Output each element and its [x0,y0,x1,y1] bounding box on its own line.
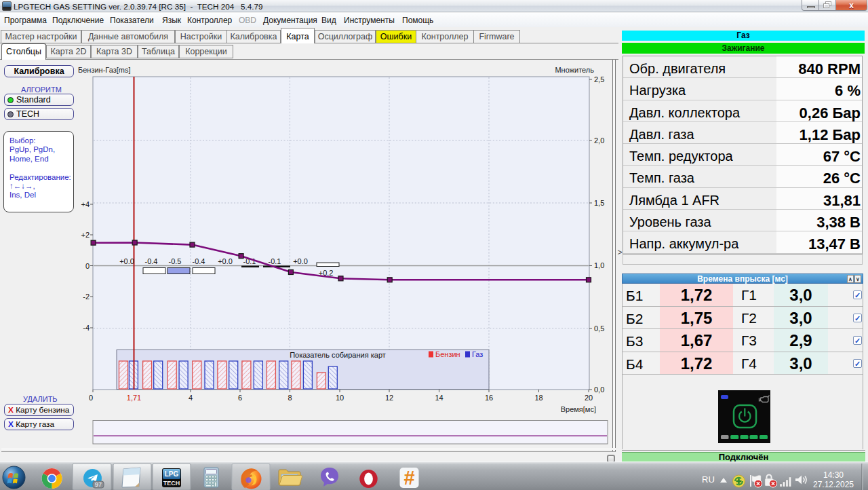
svg-text:Бензин: Бензин [435,350,460,358]
svg-text:97: 97 [95,481,102,488]
svg-text:LPG: LPG [165,470,179,478]
svg-text:6: 6 [238,394,242,402]
svg-text:+4: +4 [81,200,90,208]
svg-text:27.12.2025: 27.12.2025 [813,480,854,489]
svg-text:Время[мс]: Время[мс] [561,405,596,413]
svg-text:+0.0: +0.0 [293,257,308,265]
svg-text:Множитель: Множитель [555,66,594,74]
svg-text:20: 20 [585,394,593,402]
svg-text:1,71: 1,71 [127,394,141,402]
svg-text:14: 14 [435,394,443,402]
svg-text:TECH: TECH [163,480,180,487]
svg-text:12: 12 [385,394,393,402]
svg-text:+0.0: +0.0 [119,257,134,265]
svg-text:0,0: 0,0 [594,385,604,394]
svg-text:-2: -2 [83,293,90,301]
svg-text:0,5: 0,5 [594,324,604,333]
svg-text:10: 10 [336,394,344,402]
svg-text:+2: +2 [81,231,90,239]
svg-text:+0.0: +0.0 [218,257,233,265]
svg-text:14:30: 14:30 [823,470,844,480]
svg-text:1,5: 1,5 [594,199,604,207]
svg-text:4: 4 [189,394,193,402]
svg-text:18: 18 [534,394,542,402]
svg-text:RU: RU [702,474,715,485]
svg-text:-0.4: -0.4 [193,257,205,265]
svg-text:2,5: 2,5 [594,75,604,83]
svg-text:Газ: Газ [472,350,483,358]
svg-text:Показатель собирания карт: Показатель собирания карт [290,351,386,359]
svg-text:1,0: 1,0 [594,261,604,269]
svg-text:-0.1: -0.1 [269,257,281,265]
svg-text:Бензин-Газ[ms]: Бензин-Газ[ms] [78,66,131,74]
svg-text:0: 0 [89,394,93,402]
svg-text:8: 8 [288,394,292,402]
svg-text:-0.4: -0.4 [145,257,158,265]
svg-text:2,0: 2,0 [594,136,604,145]
svg-text:-0.5: -0.5 [169,257,182,265]
svg-text:16: 16 [485,394,493,402]
svg-text:0: 0 [85,262,90,270]
svg-text:#: # [403,467,414,489]
svg-text:-4: -4 [83,324,90,332]
